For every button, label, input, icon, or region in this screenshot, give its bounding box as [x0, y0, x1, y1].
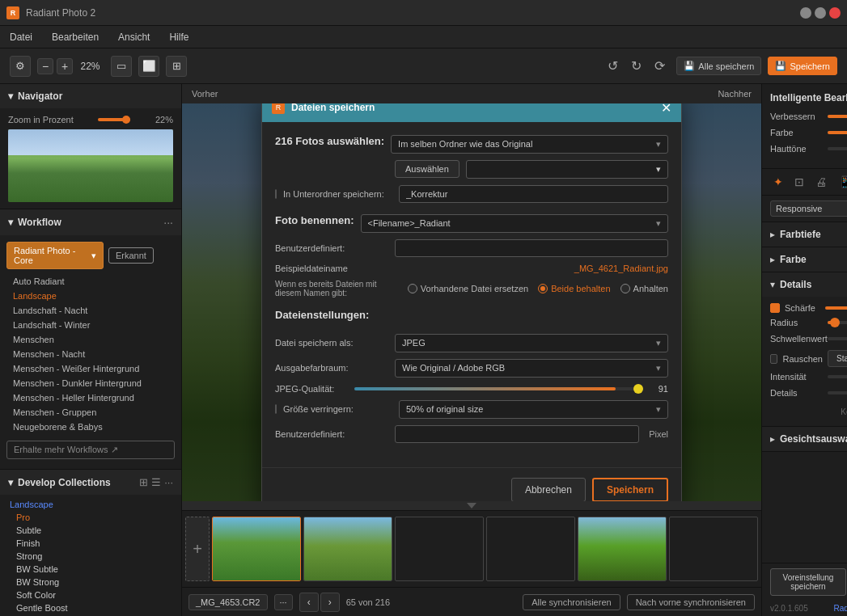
subfolder-input[interactable] [399, 185, 668, 203]
select-dropdown[interactable]: ▾ [466, 160, 668, 179]
sync-all-button[interactable]: Alle synchronisieren [523, 594, 620, 610]
gesichtsauswahl-header[interactable]: Gesichtsauswahl [762, 427, 847, 451]
menu-datei[interactable]: Datei [6, 30, 36, 44]
schaerfe-checkbox[interactable] [770, 303, 780, 313]
dev-col-list-icon[interactable]: ☰ [151, 476, 161, 488]
workflow-item-menschen-dunkel[interactable]: Menschen - Dunkler Hintergrund [6, 376, 175, 390]
rt-device-icon[interactable]: 📱 [835, 174, 847, 190]
collection-item-soft-color[interactable]: Soft Color [6, 589, 175, 601]
view-grid-button[interactable]: ⊞ [166, 56, 187, 77]
menu-hilfe[interactable]: Hilfe [166, 30, 192, 44]
dialog-save-button[interactable]: Speichern [592, 478, 668, 502]
collection-item-bw-strong[interactable]: BW Strong [6, 576, 175, 589]
farbtiefe-header[interactable]: Farbtiefe [762, 222, 847, 247]
workflow-item-landscape[interactable]: Landscape [6, 289, 175, 303]
close-button[interactable] [829, 7, 841, 19]
view-split-button[interactable]: ⬜ [138, 56, 159, 77]
workflow-menu-icon[interactable]: ··· [163, 216, 173, 229]
reduce-size-select[interactable]: 50% of original size ▾ [399, 400, 668, 419]
navigator-zoom-label: Zoom in Prozent [8, 115, 74, 124]
settings-icon-button[interactable]: ⚙ [10, 56, 31, 77]
color-space-select[interactable]: Wie Original / Adobe RGB ▾ [395, 359, 668, 378]
rt-print-icon[interactable]: 🖨 [812, 174, 830, 190]
collection-item-finish[interactable]: Finish [6, 537, 175, 550]
erkannt-button[interactable]: Erkannt [108, 247, 154, 264]
more-workflows-button[interactable]: Erhalte mehr Workflows ↗ [6, 441, 175, 459]
radiant-manager-link[interactable]: Radiant Manager öffnen ? [834, 604, 847, 613]
rauschen-select[interactable]: Standardeinstellung [828, 350, 847, 367]
photo-name-select[interactable]: <Filename>_Radiant ▾ [361, 214, 669, 233]
view-single-button[interactable]: ▭ [111, 56, 132, 77]
zoom-in-button[interactable]: + [57, 58, 73, 74]
subfolder-checkbox[interactable] [275, 189, 277, 199]
filmstrip-thumb-1[interactable] [212, 517, 301, 581]
develop-collections-header[interactable]: Develop Collections ⊞ ☰ ··· [0, 470, 181, 495]
workflow-item-menschen-weiss[interactable]: Menschen - Weißer Hintergrund [6, 361, 175, 376]
duplicate-radio-group: Vorhandene Datei ersetzen Beide behalten… [408, 284, 668, 293]
workflow-dropdown[interactable]: Radiant Photo - Core ▾ [6, 242, 104, 269]
dev-col-collapse-icon [8, 477, 13, 488]
refresh-button[interactable]: ⟳ [650, 57, 670, 75]
radius-thumb[interactable] [830, 318, 840, 327]
menu-ansicht[interactable]: Ansicht [115, 30, 153, 44]
collection-item-gentle-boost[interactable]: Gentle Boost [6, 601, 175, 614]
menu-bearbeiten[interactable]: Bearbeiten [49, 30, 102, 44]
dev-col-menu-icon[interactable]: ··· [164, 476, 173, 488]
radio-replace[interactable]: Vorhandene Datei ersetzen [408, 284, 528, 293]
collection-item-subtle[interactable]: Subtle [6, 524, 175, 537]
responsive-select[interactable]: Responsive [770, 200, 847, 217]
select-button[interactable]: Auswählen [395, 160, 459, 178]
sync-forward-button[interactable]: Nach vorne synchronisieren [627, 594, 755, 610]
filmstrip-thumb-5[interactable] [578, 517, 667, 581]
nav-next-button[interactable]: › [320, 593, 340, 612]
undo-button[interactable]: ↺ [603, 57, 623, 75]
file-name-button[interactable]: _MG_4653.CR2 [188, 594, 268, 610]
maximize-button[interactable] [815, 7, 826, 19]
workflow-item-menschen-hell[interactable]: Menschen - Heller Hintergrund [6, 390, 175, 405]
user-def2-input[interactable] [395, 425, 639, 443]
workflow-item-menschen-gruppen[interactable]: Menschen - Gruppen [6, 405, 175, 420]
workflow-item-menschen[interactable]: Menschen [6, 332, 175, 347]
user-defined-input[interactable] [395, 239, 668, 257]
collection-item-pro[interactable]: Pro [6, 511, 175, 524]
zoom-out-button[interactable]: − [37, 58, 53, 74]
reduce-size-checkbox[interactable] [275, 404, 277, 414]
filmstrip-thumb-3[interactable] [395, 517, 484, 581]
save-button[interactable]: 💾 Speichern [768, 57, 837, 75]
workflow-item-neugeborene[interactable]: Neugeborene & Babys [6, 420, 175, 434]
rt-edit-icon[interactable]: ✦ [770, 174, 786, 190]
filmstrip-add-button[interactable]: + [185, 517, 210, 581]
filmstrip-thumb-2[interactable] [303, 517, 392, 581]
collection-item-bw-subtle[interactable]: BW Subtle [6, 563, 175, 576]
save-as-select[interactable]: JPEG ▾ [395, 334, 668, 352]
farbe-section-header[interactable]: Farbe [762, 247, 847, 272]
jpeg-quality-thumb[interactable] [633, 384, 643, 394]
workflow-item-landschaft-winter[interactable]: Landschaft - Winter [6, 318, 175, 332]
workflow-item-menschen-nacht[interactable]: Menschen - Nacht [6, 347, 175, 361]
dev-col-grid-icon[interactable]: ⊞ [139, 476, 148, 488]
dialog-close-button[interactable]: ✕ [661, 103, 671, 116]
filmstrip-thumb-4[interactable] [486, 517, 575, 581]
radio-hold[interactable]: Anhalten [620, 284, 668, 293]
workflow-item-auto-radiant[interactable]: Auto Radiant [6, 274, 175, 289]
minimize-button[interactable] [800, 7, 811, 19]
workflow-header[interactable]: Workflow ··· [0, 209, 181, 235]
verbessern-row: Verbessern 80 [770, 112, 847, 121]
rauschen-checkbox[interactable] [770, 354, 777, 364]
rt-crop-icon[interactable]: ⊡ [791, 174, 807, 190]
save-all-button[interactable]: 💾 Alle speichern [676, 57, 761, 75]
radio-keep[interactable]: Beide behalten [538, 284, 610, 293]
redo-button[interactable]: ↻ [626, 57, 646, 75]
cancel-button[interactable]: Abbrechen [511, 478, 586, 502]
nav-prev-button[interactable]: ‹ [299, 593, 319, 612]
photos-folder-select[interactable]: Im selben Ordner wie das Original ▾ [391, 135, 668, 154]
details-header[interactable]: Details [762, 272, 847, 297]
navigator-header[interactable]: Navigator [0, 84, 181, 108]
collection-item-strong[interactable]: Strong [6, 550, 175, 563]
filmstrip-thumb-6[interactable] [669, 517, 758, 581]
photo-count: 65 von 216 [346, 597, 390, 607]
preset-save-button[interactable]: Voreinstellung speichern [770, 568, 846, 596]
nav-dots-button[interactable]: ··· [274, 594, 293, 610]
collection-landscape-label[interactable]: Landscape [6, 498, 175, 511]
workflow-item-landschaft-nacht[interactable]: Landschaft - Nacht [6, 303, 175, 318]
